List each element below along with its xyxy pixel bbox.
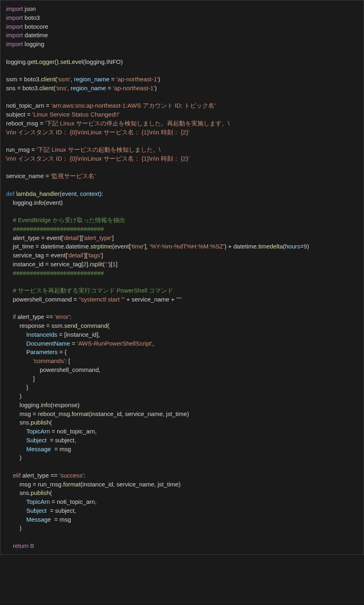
token-mod: : [ <box>65 357 70 364</box>
token-kw: import <box>6 23 23 30</box>
token-str: 'alert_type' <box>83 234 112 241</box>
token-mod: (response) <box>51 401 80 408</box>
token-mod: sns = boto3. <box>6 85 39 91</box>
token-str: 'Linux Service Status Changed!!' <box>32 111 120 118</box>
token-mod: = subject, <box>47 437 76 444</box>
token-var: Parameters <box>26 348 58 355</box>
token-fn: timedelta <box>258 243 283 250</box>
token-mod: , <box>71 76 74 83</box>
token-fn: rsplit <box>90 261 103 267</box>
token-mod: = <box>70 340 77 347</box>
token-var: context <box>80 190 99 197</box>
token-mod: ) <box>6 454 21 461</box>
token-str: "systemctl start '" <box>79 296 125 303</box>
token-str: 'detail' <box>63 234 80 241</box>
token-mod: , <box>152 340 154 347</box>
token-mod: sns. <box>6 489 31 496</box>
token-mod: = <box>106 85 113 91</box>
token-mod: datetime <box>23 32 48 38</box>
token-mod: ): <box>99 190 103 197</box>
token-mod <box>6 357 33 364</box>
token-mod: ( <box>50 419 52 426</box>
token-str: "'" <box>176 296 182 303</box>
token-var: InstanceIds <box>26 331 57 338</box>
token-mod <box>6 428 26 435</box>
token-str: 'ap-northeast-1' <box>113 85 154 91</box>
token-cmt: # EventBridge から受け取った情報を抽出 <box>13 217 125 223</box>
token-mod: = noti_topic_arn, <box>50 428 97 435</box>
token-fn: send_command <box>64 322 108 329</box>
token-var: event <box>62 190 77 197</box>
token-mod: reboot_msg = <box>6 120 45 127</box>
token-var: TopicArn <box>26 498 50 505</box>
python-source: import json import boto3 import botocore… <box>6 4 358 550</box>
token-str: '%Y-%m-%dT%H:%M:%SZ' <box>150 243 224 250</box>
token-fn: format <box>63 481 80 488</box>
token-str: 'arn:aws:sns:ap-northeast-1:AWS アカウント ID… <box>51 102 216 109</box>
token-mod: ] <box>101 252 103 259</box>
token-var: hours <box>285 243 301 250</box>
token-mod: boto3 <box>23 14 40 21</box>
token-mod: ) <box>307 243 309 250</box>
token-fn: setLevel <box>60 58 83 65</box>
token-mod: alert_type == <box>16 313 55 320</box>
token-var: region_name <box>74 76 110 83</box>
token-mod: = <box>109 76 116 83</box>
token-mod: , <box>76 190 80 197</box>
token-num: 2 <box>83 261 87 267</box>
token-mod: noti_topic_arn = <box>6 102 51 109</box>
token-mod: service_tag = event[ <box>6 252 67 259</box>
token-def: def <box>6 190 16 197</box>
token-mod: )[ <box>109 261 112 267</box>
token-mod <box>6 287 13 294</box>
token-mod: subject = <box>6 111 32 118</box>
token-mod: } <box>6 384 28 391</box>
token-mod: ], <box>144 243 150 250</box>
token-fn: getLogger <box>28 58 55 65</box>
token-mod: (event) <box>44 199 63 206</box>
token-mod: ( <box>108 322 110 329</box>
token-var: Message <box>26 446 51 452</box>
token-mod <box>6 217 13 223</box>
token-fn: publish <box>31 419 50 426</box>
token-fn: info <box>41 401 51 408</box>
token-mod <box>6 340 26 347</box>
token-mod: = msg <box>51 516 71 523</box>
token-mod: ) + datetime. <box>224 243 258 250</box>
token-num: 0 <box>30 542 34 549</box>
token-var: DocumentName <box>26 340 70 347</box>
token-mod: alert_type == <box>21 472 59 479</box>
token-cmt: ########################### <box>13 270 104 276</box>
token-kw: return <box>13 542 29 549</box>
token-mod <box>6 313 13 320</box>
token-mod <box>6 516 26 523</box>
token-mod: = { <box>58 348 67 355</box>
token-kw: import <box>6 40 23 47</box>
token-mod: ) <box>158 76 160 83</box>
token-mod: ( <box>50 489 52 496</box>
token-mod <box>6 348 26 355</box>
token-mod <box>6 542 13 549</box>
token-mod: ] <box>116 261 117 267</box>
token-mod: (instance_id, service_name, jst_time) <box>80 481 181 488</box>
code-block: import json import boto3 import botocore… <box>0 0 364 555</box>
token-mod: = subject, <box>47 507 76 514</box>
token-mod: = [instance_id], <box>57 331 100 338</box>
token-mod: ssm = boto3. <box>6 76 41 83</box>
token-mod: ] <box>112 234 114 241</box>
token-str: 'sns' <box>55 85 67 91</box>
token-mod: json <box>23 5 36 12</box>
token-mod: , <box>67 85 70 91</box>
token-str: 'commands' <box>33 357 65 364</box>
token-str: 'detail' <box>67 252 84 259</box>
token-kw: import <box>6 5 23 12</box>
token-mod: logging. <box>6 401 41 408</box>
token-fn: client <box>41 76 55 83</box>
token-str: ':' <box>105 261 109 267</box>
token-mod: (instance_id, service_name, jst_time) <box>89 410 189 417</box>
token-mod: service_name = <box>6 172 51 179</box>
token-var: Subject <box>26 507 47 514</box>
token-cmt: ########################### <box>13 225 104 232</box>
token-mod: + service_name + <box>125 296 176 303</box>
token-str: 'error' <box>55 313 70 320</box>
